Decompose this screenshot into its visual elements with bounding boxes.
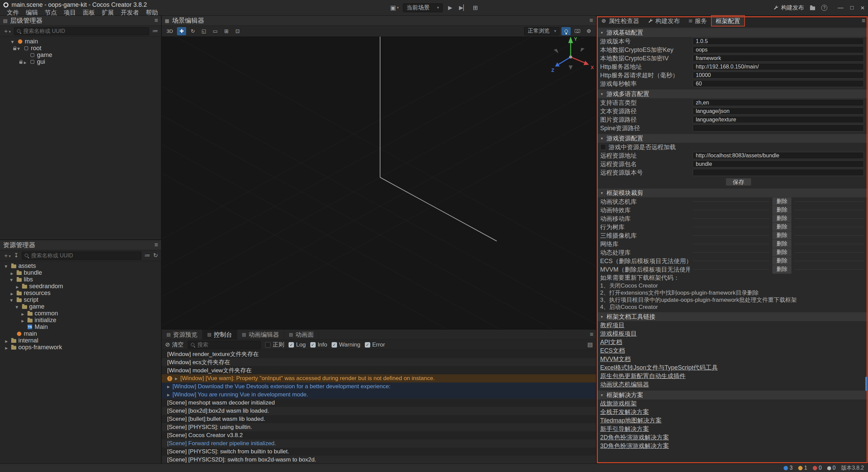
config-input[interactable]	[693, 55, 864, 62]
panel-menu-icon[interactable]: ≡	[862, 17, 865, 24]
expand-arrow-icon[interactable]	[20, 317, 25, 324]
asset-node[interactable]: oops-framework	[0, 344, 161, 351]
delete-module-button[interactable]: 删除	[772, 214, 792, 223]
view-mode-dropdown[interactable]: 正常浏览▾	[524, 27, 559, 35]
doc-link[interactable]: ECS文档	[597, 347, 868, 355]
panel-menu-icon[interactable]: ≡	[154, 17, 158, 24]
save-button[interactable]: 保存	[726, 178, 751, 186]
menu-item[interactable]: 文件	[3, 8, 22, 17]
log-entry[interactable]: ! ▶ [Scene] meshopt wasm decoder initial…	[162, 399, 596, 407]
scene-settings-button[interactable]	[584, 27, 593, 35]
doc-link[interactable]: 原生包热更新配置自动生成插件	[597, 372, 868, 380]
config-input[interactable]	[693, 116, 864, 123]
solution-link[interactable]: 3D角色扮演游戏解决方案	[597, 442, 868, 450]
section-game-language-config[interactable]: ▼ 游戏多语言配置	[597, 90, 868, 98]
space-toggle-button[interactable]: ⊡	[233, 27, 242, 35]
notification-counter[interactable]: 0	[827, 465, 836, 471]
log-entry[interactable]: ! ▶ [Window] Download the Vue Devtools e…	[162, 382, 596, 391]
assets-search-input[interactable]	[31, 253, 138, 259]
sort-icon[interactable]: ≔	[144, 252, 150, 259]
hierarchy-node[interactable]: game	[0, 52, 161, 58]
delete-module-button[interactable]: 删除	[772, 197, 792, 206]
delete-module-button[interactable]: 删除	[772, 239, 792, 249]
scene-light-button[interactable]	[561, 27, 571, 35]
asset-node[interactable]: game	[0, 303, 161, 310]
log-entry[interactable]: ! ▶ [Scene] [bullet]:bullet wasm lib loa…	[162, 415, 596, 423]
expand-arrow-icon[interactable]: ▶	[167, 385, 170, 389]
minimize-button[interactable]: —	[837, 4, 843, 11]
log-entry[interactable]: ! ▶ [Scene] [PHYSICS]: using builtin.	[162, 423, 596, 431]
menu-item[interactable]: 项目	[60, 8, 79, 17]
rotate-tool-button[interactable]: ↻	[188, 27, 197, 35]
expand-arrow-icon[interactable]	[23, 58, 27, 65]
doc-link[interactable]: 教程项目	[597, 321, 868, 330]
solution-link[interactable]: 新手引导解决方案	[597, 425, 868, 433]
log-filter-checkbox[interactable]: ✓ Info	[310, 341, 327, 348]
3d-mode-toggle[interactable]: 3D	[164, 27, 175, 35]
step-button[interactable]: ▶▏	[458, 4, 469, 11]
delete-module-button[interactable]: 删除	[772, 265, 792, 274]
config-input[interactable]	[693, 63, 864, 70]
config-input[interactable]	[693, 80, 864, 87]
expand-arrow-icon[interactable]: ▶	[175, 377, 178, 380]
log-entry[interactable]: ! ▶ [Scene] [box2d]:box2d wasm lib loade…	[162, 407, 596, 415]
checkbox[interactable]: ✓	[265, 342, 271, 348]
scene-select-dropdown[interactable]: 当前场景▾	[403, 3, 443, 12]
scrollbar-thumb[interactable]	[865, 377, 867, 391]
delete-module-button[interactable]: 删除	[772, 205, 792, 215]
asset-node[interactable]: Main	[0, 323, 161, 330]
assets-search[interactable]	[22, 252, 141, 260]
log-entry[interactable]: ! ▶ [Window] You are running Vue in deve…	[162, 391, 596, 399]
maximize-button[interactable]: □	[850, 4, 853, 11]
expand-arrow-icon[interactable]	[15, 303, 20, 310]
play-button[interactable]: ▶	[447, 4, 454, 11]
asset-node[interactable]: libs	[0, 276, 161, 283]
lock-icon[interactable]	[19, 61, 22, 64]
asset-node[interactable]: internal	[0, 337, 161, 344]
expand-arrow-icon[interactable]	[9, 276, 14, 283]
asset-node[interactable]: common	[0, 310, 161, 317]
log-file-icon[interactable]: ▤	[587, 341, 593, 348]
move-tool-button[interactable]: ✚	[177, 27, 186, 35]
tab-property-inspector[interactable]: 属性检查器	[597, 16, 644, 26]
hierarchy-search-input[interactable]	[23, 28, 146, 34]
checkbox[interactable]: ✓	[365, 342, 370, 348]
menu-item[interactable]: 帮助	[142, 8, 161, 17]
expand-arrow-icon[interactable]	[15, 283, 20, 290]
expand-arrow-icon[interactable]	[4, 262, 9, 270]
delete-module-button[interactable]: 删除	[772, 256, 792, 266]
solution-link[interactable]: 全栈开发解决方案	[597, 408, 868, 416]
console-tab[interactable]: ▤ 动画面	[284, 330, 319, 339]
hierarchy-node[interactable]: gui	[0, 58, 161, 65]
warning-counter[interactable]: 1	[798, 465, 807, 471]
log-entry[interactable]: ! ▶ [Window] render_texture文件夹存在	[162, 350, 596, 358]
hierarchy-node[interactable]: main	[0, 38, 161, 45]
menu-item[interactable]: 编辑	[22, 8, 41, 17]
console-tab[interactable]: ▤ 资源预览	[162, 330, 202, 339]
asset-node[interactable]: main	[0, 330, 161, 337]
config-input[interactable]	[693, 107, 864, 115]
section-solutions[interactable]: ▼ 框架解决方案	[597, 391, 868, 399]
section-framework-modules[interactable]: ▼ 框架模块裁剪	[597, 189, 868, 197]
tab-build-publish[interactable]: 构建发布	[644, 16, 684, 26]
panel-menu-icon[interactable]: ≡	[590, 331, 593, 338]
asset-node[interactable]: bundle	[0, 269, 161, 276]
doc-link[interactable]: 动画状态机编辑器	[597, 380, 868, 389]
menu-item[interactable]: 节点	[41, 8, 60, 17]
import-asset-icon[interactable]: ↧	[14, 252, 19, 259]
log-filter-checkbox[interactable]: ✓ 正则	[265, 341, 284, 349]
doc-link[interactable]: Excel格式转Json文件与TypeScript代码工具	[597, 363, 868, 372]
config-input[interactable]	[693, 38, 864, 45]
preview-device-button[interactable]: ▣▾	[390, 4, 399, 12]
expand-arrow-icon[interactable]	[9, 269, 14, 276]
asset-node[interactable]: initialize	[0, 317, 161, 323]
solution-link[interactable]: 2D角色扮演游戏解决方案	[597, 433, 868, 442]
log-filter-checkbox[interactable]: ✓ Error	[365, 341, 385, 348]
message-counter[interactable]: 3	[784, 465, 793, 471]
error-counter[interactable]: 0	[813, 465, 822, 471]
section-doc-links[interactable]: ▼ 框架文档工具链接	[597, 312, 868, 321]
expand-arrow-icon[interactable]	[4, 337, 9, 344]
add-node-button[interactable]: ＋▾	[3, 27, 11, 35]
log-entry[interactable]: ! ▶ [Window] model_view文件夹存在	[162, 366, 596, 374]
log-filter-checkbox[interactable]: ✓ Log	[289, 341, 305, 348]
